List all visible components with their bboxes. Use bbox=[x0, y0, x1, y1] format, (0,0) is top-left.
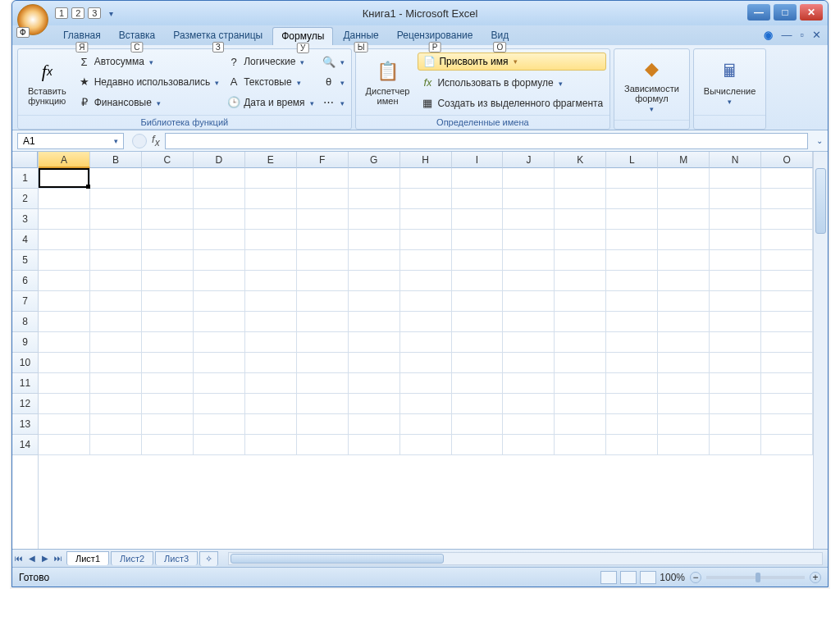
sheet-tab-Лист3[interactable]: Лист3 bbox=[155, 551, 198, 565]
col-header-E[interactable]: E bbox=[245, 152, 297, 168]
group-title-library: Библиотека функций bbox=[18, 115, 351, 129]
tab-Рецензирование[interactable]: РецензированиеР bbox=[389, 27, 482, 45]
doc-restore-icon[interactable]: ▫ bbox=[800, 29, 804, 41]
page-break-view-button[interactable] bbox=[640, 571, 656, 584]
🔍-button[interactable]: 🔍 bbox=[319, 53, 348, 70]
row-header-14[interactable]: 14 bbox=[12, 435, 38, 455]
zoom-level[interactable]: 100% bbox=[660, 572, 685, 583]
horizontal-scrollbar[interactable] bbox=[228, 552, 823, 565]
vscroll-thumb[interactable] bbox=[815, 168, 826, 234]
col-header-D[interactable]: D bbox=[194, 152, 245, 168]
row-header-12[interactable]: 12 bbox=[12, 394, 38, 414]
Текстовые-button[interactable]: AТекстовые bbox=[224, 74, 317, 90]
col-header-C[interactable]: C bbox=[142, 152, 194, 168]
zoom-in-button[interactable]: + bbox=[810, 572, 821, 583]
icon: ⋯ bbox=[322, 96, 336, 109]
Дата и время-button[interactable]: 🕒Дата и время bbox=[224, 94, 317, 111]
doc-close-icon[interactable]: ✕ bbox=[812, 29, 821, 41]
cells-area[interactable] bbox=[39, 168, 813, 455]
row-header-9[interactable]: 9 bbox=[12, 332, 38, 353]
sheet-nav-prev-icon[interactable]: ◀ bbox=[25, 551, 39, 566]
row-header-5[interactable]: 5 bbox=[12, 250, 38, 271]
tab-Разметка страницы[interactable]: Разметка страницыЗ bbox=[165, 27, 271, 45]
qat-key-2[interactable]: 2 bbox=[71, 7, 84, 19]
new-sheet-button[interactable]: ✧ bbox=[199, 551, 218, 566]
sheet-nav-first-icon[interactable]: ⏮ bbox=[12, 551, 25, 566]
close-button[interactable]: ✕ bbox=[800, 4, 823, 21]
col-header-J[interactable]: J bbox=[503, 152, 555, 168]
page-layout-view-button[interactable] bbox=[620, 571, 637, 584]
key-tip: Р bbox=[429, 42, 441, 52]
Недавно использовались-button[interactable]: ★Недавно использовались bbox=[75, 74, 223, 90]
row-header-7[interactable]: 7 bbox=[12, 291, 38, 312]
name-manager-button[interactable]: 📋 Диспетчер имен bbox=[359, 52, 417, 112]
expand-formula-bar-icon[interactable]: ⌄ bbox=[816, 136, 823, 145]
cancel-icon[interactable] bbox=[132, 134, 147, 148]
col-header-M[interactable]: M bbox=[658, 152, 710, 168]
row-headers: 1234567891011121314 bbox=[12, 152, 39, 549]
tab-Формулы[interactable]: ФормулыУ bbox=[272, 27, 333, 45]
col-header-I[interactable]: I bbox=[452, 152, 504, 168]
hscroll-thumb[interactable] bbox=[231, 554, 444, 564]
function-library-group: fx Вставить функцию ΣАвтосумма★Недавно и… bbox=[17, 48, 352, 130]
ribbon-right-controls: ◉ — ▫ ✕ bbox=[764, 29, 821, 41]
assign-name-button[interactable]: 📄 Присвоить имя▾ bbox=[418, 52, 606, 71]
⋯-button[interactable]: ⋯ bbox=[319, 94, 348, 111]
qat-key-1[interactable]: 1 bbox=[55, 7, 68, 19]
use-in-formula-button[interactable]: fx Использовать в формуле bbox=[418, 75, 606, 91]
col-header-L[interactable]: L bbox=[606, 152, 658, 168]
fx-label-icon[interactable]: fx bbox=[152, 133, 160, 148]
sheet-tab-Лист1[interactable]: Лист1 bbox=[66, 551, 109, 565]
col-header-H[interactable]: H bbox=[400, 152, 452, 168]
row-header-8[interactable]: 8 bbox=[12, 312, 38, 332]
Логические-button[interactable]: ?Логические bbox=[224, 53, 317, 70]
row-header-3[interactable]: 3 bbox=[12, 209, 38, 230]
minimize-button[interactable]: — bbox=[747, 4, 770, 21]
formula-auditing-button[interactable]: ◆ Зависимости формул ▾ bbox=[618, 52, 686, 116]
tab-Данные[interactable]: ДанныеЫ bbox=[335, 27, 386, 45]
titlebar: Ф 1 2 3 ▾ Книга1 - Microsoft Excel — □ ✕ bbox=[12, 1, 828, 25]
help-icon[interactable]: ◉ bbox=[764, 29, 773, 41]
quick-access-toolbar: 1 2 3 ▾ bbox=[55, 7, 113, 19]
col-header-G[interactable]: G bbox=[349, 152, 400, 168]
row-header-13[interactable]: 13 bbox=[12, 414, 38, 435]
zoom-slider[interactable] bbox=[706, 576, 805, 579]
name-box[interactable]: A1▾ bbox=[17, 133, 124, 149]
col-header-B[interactable]: B bbox=[90, 152, 142, 168]
col-header-K[interactable]: K bbox=[555, 152, 606, 168]
normal-view-button[interactable] bbox=[600, 571, 617, 584]
θ-button[interactable]: θ bbox=[319, 74, 348, 90]
sheet-tab-Лист2[interactable]: Лист2 bbox=[111, 551, 153, 565]
office-button[interactable]: Ф bbox=[17, 4, 48, 35]
Автосумма-button[interactable]: ΣАвтосумма bbox=[75, 53, 223, 70]
insert-function-button[interactable]: fx Вставить функцию bbox=[21, 52, 73, 112]
create-from-selection-button[interactable]: ▦ Создать из выделенного фрагмента bbox=[418, 95, 606, 112]
tab-Главная[interactable]: ГлавнаяЯ bbox=[55, 27, 109, 45]
row-header-4[interactable]: 4 bbox=[12, 230, 38, 250]
calculator-icon: 🖩 bbox=[717, 58, 743, 84]
Финансовые-button[interactable]: ₽Финансовые bbox=[75, 94, 223, 111]
zoom-out-button[interactable]: − bbox=[690, 572, 701, 583]
tab-Вставка[interactable]: ВставкаС bbox=[111, 27, 164, 45]
col-header-A[interactable]: A bbox=[39, 152, 90, 168]
calculation-button[interactable]: 🖩 Вычисление ▾ bbox=[697, 52, 763, 112]
tab-Вид[interactable]: ВидО bbox=[482, 27, 517, 45]
qat-key-3[interactable]: 3 bbox=[88, 7, 101, 19]
col-header-N[interactable]: N bbox=[710, 152, 761, 168]
row-header-10[interactable]: 10 bbox=[12, 353, 38, 373]
vertical-scrollbar[interactable] bbox=[813, 152, 828, 549]
qat-dropdown-icon[interactable]: ▾ bbox=[109, 9, 113, 18]
ribbon-minimize-icon[interactable]: — bbox=[781, 29, 792, 41]
formula-input[interactable] bbox=[165, 133, 808, 149]
sheet-nav-last-icon[interactable]: ⏭ bbox=[52, 551, 65, 566]
sheet-nav-next-icon[interactable]: ▶ bbox=[39, 551, 52, 566]
row-header-6[interactable]: 6 bbox=[12, 271, 38, 291]
row-header-2[interactable]: 2 bbox=[12, 189, 38, 209]
key-tip: О bbox=[493, 42, 506, 52]
row-header-1[interactable]: 1 bbox=[12, 168, 38, 189]
select-all-corner[interactable] bbox=[12, 152, 38, 168]
col-header-F[interactable]: F bbox=[297, 152, 349, 168]
row-header-11[interactable]: 11 bbox=[12, 373, 38, 394]
maximize-button[interactable]: □ bbox=[774, 4, 797, 21]
col-header-O[interactable]: O bbox=[761, 152, 813, 168]
